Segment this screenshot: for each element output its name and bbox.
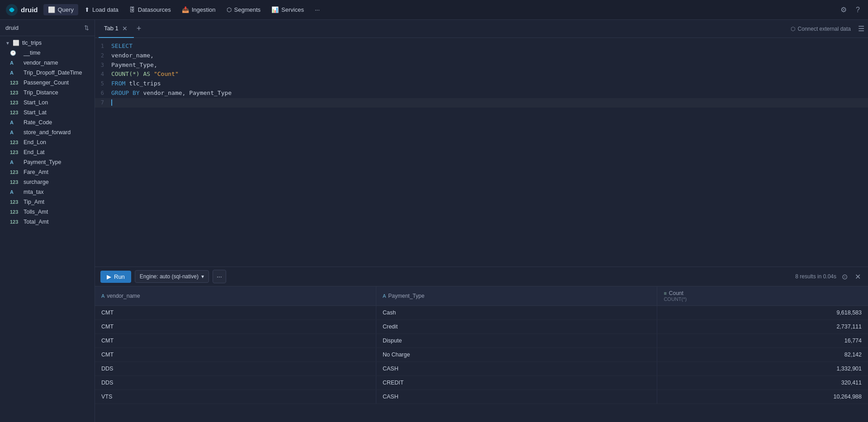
- expand-results-button[interactable]: ⊙: [840, 271, 849, 283]
- sidebar-field-surcharge[interactable]: 123surcharge: [5, 177, 95, 187]
- col-header-payment-type[interactable]: A Payment_Type: [376, 286, 657, 306]
- code-line-3: 3Payment_Type,: [95, 61, 868, 70]
- cell-vendor-name: CMT: [95, 348, 376, 362]
- engine-selector-button[interactable]: Engine: auto (sql-native) ▾: [135, 270, 209, 283]
- sidebar-field-total_amt[interactable]: 123Total_Amt: [5, 217, 95, 227]
- cell-count: 16,774: [657, 334, 868, 348]
- datasources-icon: 🗄: [129, 6, 135, 13]
- bottom-toolbar: ▶ Run Engine: auto (sql-native) ▾ ··· 8 …: [95, 267, 868, 286]
- vendor-type-icon: A: [101, 293, 104, 299]
- line-content: vendor_name,: [111, 51, 154, 61]
- col-payment-type-label: Payment_Type: [388, 293, 424, 299]
- run-button[interactable]: ▶ Run: [100, 271, 131, 283]
- field-type-badge: 123: [10, 219, 21, 225]
- nav-load-data[interactable]: ⬆ Load data: [80, 4, 123, 15]
- tab-tab1[interactable]: Tab 1 ✕: [99, 20, 134, 38]
- sidebar-field-__time[interactable]: 🕐__time: [5, 48, 95, 58]
- cell-payment-type: No Charge: [376, 348, 657, 362]
- engine-chevron-icon: ▾: [201, 273, 204, 280]
- sidebar-field-start_lat[interactable]: 123Start_Lat: [5, 108, 95, 117]
- sidebar-field-end_lat[interactable]: 123End_Lat: [5, 147, 95, 157]
- field-name-label: surcharge: [24, 179, 49, 185]
- sidebar-field-passenger_count[interactable]: 123Passenger_Count: [5, 78, 95, 88]
- settings-button[interactable]: ⚙: [838, 4, 849, 16]
- editor-options-icon[interactable]: ☰: [858, 24, 864, 33]
- more-options-button[interactable]: ···: [213, 270, 226, 283]
- dataset-label: tlc_trips: [22, 40, 42, 46]
- close-results-button[interactable]: ✕: [853, 271, 863, 283]
- field-name-label: Trip_Dropoff_DateTime: [24, 70, 82, 76]
- field-type-badge: A: [10, 70, 21, 75]
- table-row: CMT Credit 2,737,111: [95, 320, 868, 334]
- connect-external-data-button[interactable]: ⬡ Connect external data: [787, 24, 854, 34]
- col-header-count[interactable]: ≡ Count COUNT(*): [657, 286, 868, 306]
- nav-segments[interactable]: ⬡ Segments: [222, 4, 266, 15]
- table-row: CMT Cash 9,618,583: [95, 306, 868, 320]
- field-name-label: Total_Amt: [24, 219, 49, 225]
- line-content: GROUP BY vendor_name, Payment_Type: [111, 89, 232, 98]
- field-type-badge: 🕐: [10, 50, 21, 56]
- cell-vendor-name: CMT: [95, 334, 376, 348]
- results-count-label: 8 results in 0.04s: [795, 273, 836, 280]
- line-content: COUNT(*) AS "Count": [111, 70, 179, 79]
- sidebar-field-mta_tax[interactable]: Amta_tax: [5, 187, 95, 197]
- nav-query[interactable]: ⬜ Query: [43, 4, 78, 15]
- field-name-label: mta_tax: [24, 189, 43, 195]
- run-play-icon: ▶: [107, 273, 111, 280]
- help-button[interactable]: ?: [853, 4, 863, 16]
- sidebar-field-store_and_forward[interactable]: Astore_and_forward: [5, 127, 95, 137]
- nav-datasources[interactable]: 🗄 Datasources: [125, 4, 175, 15]
- sidebar-field-tolls_amt[interactable]: 123Tolls_Amt: [5, 207, 95, 217]
- sidebar-item-tlc-trips[interactable]: ▼ ⬜ tlc_trips: [0, 38, 95, 48]
- table-icon: ⬜: [13, 40, 19, 46]
- field-type-badge: A: [10, 130, 21, 135]
- editor-area[interactable]: 1SELECT2vendor_name,3Payment_Type,4COUNT…: [95, 38, 868, 267]
- nav-more[interactable]: ···: [310, 4, 324, 15]
- col-count-label: Count: [669, 290, 683, 296]
- field-type-badge: 123: [10, 90, 21, 95]
- code-line-2: 2vendor_name,: [95, 51, 868, 61]
- line-number: 7: [95, 98, 111, 107]
- sidebar-field-payment_type[interactable]: APayment_Type: [5, 157, 95, 167]
- code-line-6: 6GROUP BY vendor_name, Payment_Type: [95, 89, 868, 98]
- field-name-label: Fare_Amt: [24, 169, 48, 175]
- field-name-label: __time: [24, 50, 41, 56]
- sidebar-field-fare_amt[interactable]: 123Fare_Amt: [5, 167, 95, 177]
- payment-type-icon: A: [383, 293, 386, 299]
- table-row: VTS CASH 10,264,988: [95, 390, 868, 404]
- field-name-label: Trip_Distance: [24, 89, 58, 96]
- sidebar-field-tip_amt[interactable]: 123Tip_Amt: [5, 197, 95, 207]
- logo[interactable]: druid: [5, 4, 38, 16]
- table-row: DDS CASH 1,332,901: [95, 362, 868, 376]
- sidebar-header: druid ⇅: [0, 20, 95, 36]
- nav-services[interactable]: 📊 Services: [267, 4, 308, 15]
- sidebar-field-end_lon[interactable]: 123End_Lon: [5, 137, 95, 147]
- cell-count: 2,737,111: [657, 320, 868, 334]
- field-type-badge: A: [10, 120, 21, 125]
- field-type-badge: 123: [10, 179, 21, 185]
- sidebar-field-trip_distance[interactable]: 123Trip_Distance: [5, 88, 95, 98]
- col-header-vendor-name[interactable]: A vendor_name: [95, 286, 376, 306]
- field-type-badge: 123: [10, 100, 21, 105]
- tab-close-button[interactable]: ✕: [121, 25, 128, 32]
- chevron-down-icon: ▼: [5, 41, 10, 46]
- sidebar-select-icon[interactable]: ⇅: [84, 24, 89, 31]
- sidebar-field-vendor_name[interactable]: Avendor_name: [5, 58, 95, 68]
- field-name-label: Passenger_Count: [24, 80, 69, 86]
- editor-content[interactable]: 1SELECT2vendor_name,3Payment_Type,4COUNT…: [95, 38, 868, 111]
- add-tab-button[interactable]: +: [134, 24, 144, 33]
- code-line-5: 5FROM tlc_trips: [95, 79, 868, 89]
- line-number: 1: [95, 42, 111, 51]
- engine-label: Engine: auto (sql-native): [140, 273, 199, 280]
- cell-payment-type: CREDIT: [376, 376, 657, 390]
- code-line-7: 7: [95, 98, 868, 108]
- code-line-4: 4COUNT(*) AS "Count": [95, 70, 868, 79]
- field-type-badge: 123: [10, 169, 21, 175]
- line-number: 2: [95, 52, 111, 60]
- sidebar-field-trip_dropoff_datetime[interactable]: ATrip_Dropoff_DateTime: [5, 68, 95, 78]
- sidebar-field-start_lon[interactable]: 123Start_Lon: [5, 98, 95, 108]
- sidebar-field-rate_code[interactable]: ARate_Code: [5, 117, 95, 127]
- cell-count: 9,618,583: [657, 306, 868, 320]
- nav-ingestion[interactable]: 📥 Ingestion: [177, 4, 220, 15]
- field-type-badge: A: [10, 189, 21, 195]
